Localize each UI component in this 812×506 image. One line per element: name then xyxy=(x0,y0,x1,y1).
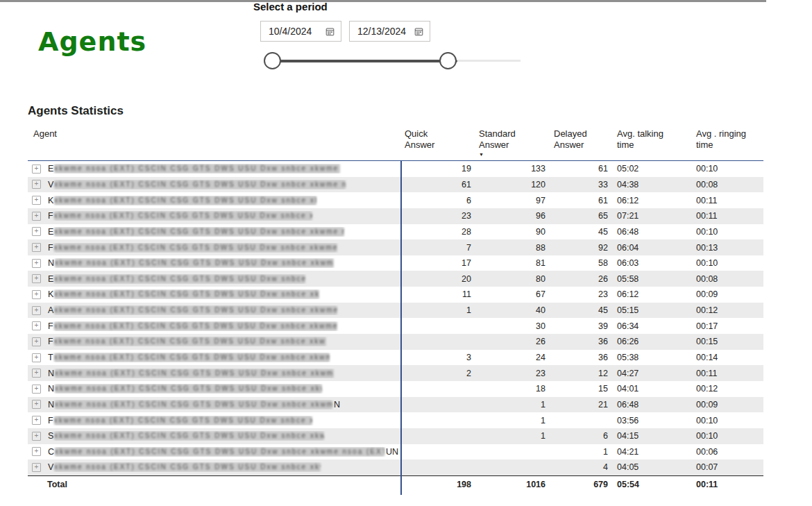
agent-cell: +Axkwme nsoa (EXT) CSCIN CSG GTS DWS USU… xyxy=(28,305,400,315)
agents-statistics-table: AgentQuick AnswerStandard Answer▼Delayed… xyxy=(28,125,763,493)
agent-name-lead-letter: F xyxy=(48,211,53,221)
delayed-answer-cell: 36 xyxy=(547,337,609,346)
redacted-text: xkwme nsoa (EXT) CSCIN CSG GTS DWS USU D… xyxy=(54,289,319,299)
standard-answer-cell: 40 xyxy=(473,305,547,315)
table-row: +Vxkwme nsoa (EXT) CSCIN CSG GTS DWS USU… xyxy=(28,177,763,193)
standard-answer-cell: 120 xyxy=(473,180,547,189)
avg-ringing-time-cell: 00:07 xyxy=(695,462,763,472)
column-header-quick-answer[interactable]: Quick Answer xyxy=(400,128,473,151)
expand-icon[interactable]: + xyxy=(32,385,41,394)
avg-ringing-time-cell: 00:08 xyxy=(695,180,763,189)
standard-answer-cell: 18 xyxy=(473,384,547,394)
avg-ringing-time-cell: 00:14 xyxy=(695,353,763,362)
redacted-text: xkwme nsoa (EXT) CSCIN CSG GTS DWS USU D… xyxy=(54,227,344,237)
expand-icon[interactable]: + xyxy=(32,369,41,378)
table-row: +Fxkwme nsoa (EXT) CSCIN CSG GTS DWS USU… xyxy=(28,412,763,428)
period-label: Select a period xyxy=(253,1,328,12)
avg-talking-time-cell: 05:38 xyxy=(609,353,695,362)
quick-answer-cell: 11 xyxy=(400,289,473,299)
redacted-text: xkwme nsoa (EXT) CSCIN CSG GTS DWS USU D… xyxy=(55,258,334,268)
column-header-delayed-answer[interactable]: Delayed Answer xyxy=(547,128,609,151)
expand-icon[interactable]: + xyxy=(32,447,41,456)
standard-answer-cell: 24 xyxy=(473,353,547,362)
delayed-answer-cell: 39 xyxy=(547,321,609,331)
quick-answer-cell: 17 xyxy=(400,258,473,268)
avg-talking-time-cell: 05:58 xyxy=(609,274,695,284)
delayed-answer-cell: 61 xyxy=(547,196,609,205)
table-body: +Exkwme nsoa (EXT) CSCIN CSG GTS DWS USU… xyxy=(28,161,763,475)
expand-icon[interactable]: + xyxy=(32,227,41,236)
avg-talking-time-cell: 04:01 xyxy=(609,384,695,394)
slider-handle-start[interactable] xyxy=(264,52,281,69)
expand-icon[interactable]: + xyxy=(32,212,41,221)
column-header-agent[interactable]: Agent xyxy=(28,128,400,140)
delayed-answer-cell: 65 xyxy=(547,211,609,221)
expand-icon[interactable]: + xyxy=(32,196,41,205)
standard-answer-cell: 88 xyxy=(473,243,547,253)
avg-talking-time-cell: 06:48 xyxy=(609,227,695,237)
agent-cell: +Kxkwme nsoa (EXT) CSCIN CSG GTS DWS USU… xyxy=(28,196,400,205)
expand-icon[interactable]: + xyxy=(32,400,41,409)
delayed-answer-cell: 26 xyxy=(547,274,609,284)
agent-name-lead-letter: E xyxy=(48,274,53,284)
start-date-input[interactable]: 10/4/2024 xyxy=(260,21,341,42)
avg-ringing-time-cell: 00:11 xyxy=(695,369,763,378)
expand-icon[interactable]: + xyxy=(32,274,41,283)
redacted-agent-name: xkwme nsoa (EXT) CSCIN CSG GTS DWS USU D… xyxy=(54,227,344,237)
expand-icon[interactable]: + xyxy=(32,243,41,252)
agent-cell: +Exkwme nsoa (EXT) CSCIN CSG GTS DWS USU… xyxy=(28,164,400,174)
avg-talking-time-cell: 04:21 xyxy=(609,447,695,457)
column-header-standard-answer[interactable]: Standard Answer▼ xyxy=(473,128,547,157)
expand-icon[interactable]: + xyxy=(32,180,41,189)
column-header-avg-ringing-time[interactable]: Avg . ringing time xyxy=(695,128,763,151)
slider-handle-end[interactable] xyxy=(439,52,457,69)
avg-talking-time-cell: 06:12 xyxy=(609,196,695,205)
avg-talking-time-cell: 04:38 xyxy=(609,180,695,189)
expand-icon[interactable]: + xyxy=(32,432,41,441)
total-label: Total xyxy=(28,480,400,489)
expand-icon[interactable]: + xyxy=(32,306,41,315)
standard-answer-cell: 81 xyxy=(473,258,547,268)
avg-ringing-time-cell: 00:10 xyxy=(695,164,763,174)
expand-icon[interactable]: + xyxy=(32,353,41,362)
avg-talking-time-cell: 03:56 xyxy=(609,416,695,425)
column-header-avg-talking-time[interactable]: Avg. talking time xyxy=(609,128,695,151)
expand-icon[interactable]: + xyxy=(32,337,41,346)
standard-answer-cell: 1 xyxy=(473,400,547,410)
agent-cell: +Sxkwme nsoa (EXT) CSCIN CSG GTS DWS USU… xyxy=(28,431,400,441)
column-header-label: Quick Answer xyxy=(405,128,448,151)
table-row: +Kxkwme nsoa (EXT) CSCIN CSG GTS DWS USU… xyxy=(28,287,763,303)
end-date-input[interactable]: 12/13/2024 xyxy=(349,21,430,42)
expand-icon[interactable]: + xyxy=(32,165,41,174)
quick-answer-cell: 2 xyxy=(400,369,473,378)
expand-icon[interactable]: + xyxy=(32,321,41,330)
avg-ringing-time-cell: 00:13 xyxy=(695,243,763,253)
agent-cell: +Txkwme nsoa (EXT) CSCIN CSG GTS DWS USU… xyxy=(28,353,400,362)
table-row: +Nxkwme nsoa (EXT) CSCIN CSG GTS DWS USU… xyxy=(28,255,763,271)
sort-descending-icon: ▼ xyxy=(479,152,547,157)
slider-selected-range[interactable] xyxy=(273,60,457,62)
table-row: +Nxkwme nsoa (EXT) CSCIN CSG GTS DWS USU… xyxy=(28,365,763,381)
agent-name-lead-letter: C xyxy=(48,447,54,457)
table-row: +Axkwme nsoa (EXT) CSCIN CSG GTS DWS USU… xyxy=(28,303,763,319)
slider-track[interactable] xyxy=(457,60,521,62)
delayed-answer-cell: 45 xyxy=(547,305,609,315)
column-header-label: Avg. talking time xyxy=(617,128,677,151)
column-header-label: Delayed Answer xyxy=(554,128,597,151)
expand-icon[interactable]: + xyxy=(32,463,41,472)
agent-name-lead-letter: N xyxy=(48,384,54,394)
expand-icon[interactable]: + xyxy=(32,290,41,299)
redacted-text: xkwme nsoa (EXT) CSCIN CSG GTS DWS USU D… xyxy=(54,305,337,315)
table-row: +Nxkwme nsoa (EXT) CSCIN CSG GTS DWS USU… xyxy=(28,381,763,397)
expand-icon[interactable]: + xyxy=(32,416,41,425)
redacted-text: xkwme nsoa (EXT) CSCIN CSG GTS DWS USU D… xyxy=(54,353,330,362)
calendar-icon[interactable] xyxy=(325,27,335,36)
quick-answer-cell: 7 xyxy=(400,243,473,253)
agent-cell: +Kxkwme nsoa (EXT) CSCIN CSG GTS DWS USU… xyxy=(28,289,400,299)
avg-ringing-time-cell: 00:10 xyxy=(695,227,763,237)
avg-talking-time-cell: 06:48 xyxy=(609,400,695,410)
agent-name-lead-letter: F xyxy=(48,416,53,425)
expand-icon[interactable]: + xyxy=(32,259,41,268)
calendar-icon[interactable] xyxy=(414,27,423,36)
avg-ringing-time-cell: 00:08 xyxy=(695,274,763,284)
